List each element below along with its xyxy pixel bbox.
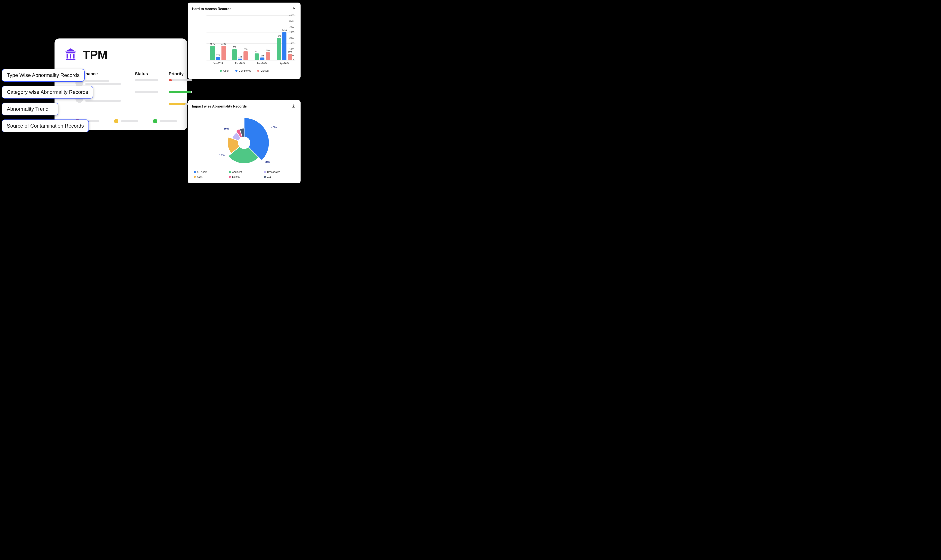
- legend-label: Accident: [232, 171, 242, 174]
- pill-category-wise[interactable]: Category wise Abnormality Records: [2, 86, 93, 98]
- svg-rect-1: [66, 54, 68, 58]
- download-icon: [292, 104, 296, 109]
- status-bar-2: [135, 91, 158, 93]
- legend-label: Breakdown: [267, 171, 280, 174]
- col-status: Status: [135, 71, 158, 103]
- bar-value-label: 245: [260, 54, 264, 57]
- bar: 1275: [210, 46, 215, 60]
- legend-item: Breakdown: [264, 171, 295, 174]
- pie-value-label: 10%: [219, 154, 225, 157]
- bar: 270: [216, 57, 220, 60]
- pie-chart-legend: 5S AuditAccidentBreakdownCostDefect1/2: [192, 171, 296, 178]
- bar-value-label: 270: [216, 54, 220, 57]
- legend-label: Open: [223, 69, 229, 72]
- chip-yellow: [114, 119, 138, 123]
- legend-label: 1/2: [267, 175, 271, 178]
- bar-value-label: 600: [288, 51, 292, 53]
- report-pills: Type Wise Abnormality Records Category w…: [2, 69, 93, 132]
- pill-abnormality-trend[interactable]: Abnormality Trend: [2, 103, 58, 115]
- download-button[interactable]: [291, 6, 296, 12]
- bar-chart: 0500100015002000250030003500400012752701…: [199, 15, 295, 65]
- pie-chart: 45%30%10%15%: [192, 113, 296, 171]
- bar-chart-legend: OpenCompletedClosed: [192, 69, 296, 72]
- legend-item: Accident: [229, 171, 260, 174]
- legend-item: 5S Audit: [194, 171, 224, 174]
- bar-value-label: 1957: [277, 35, 281, 38]
- legend-item: Defect: [229, 175, 260, 178]
- svg-rect-4: [66, 59, 75, 60]
- bar-value-label: 153: [238, 55, 242, 58]
- bar: 1300: [221, 46, 226, 60]
- bar-value-label: 1300: [221, 43, 226, 45]
- col-status-header: Status: [135, 71, 158, 76]
- bar-group: 12752701300Jan-2024: [208, 46, 228, 60]
- bar-card-header: Hard to Access Records: [192, 6, 296, 12]
- x-tick-label: Jan-2024: [213, 62, 223, 65]
- svg-rect-3: [73, 54, 74, 58]
- bar-group: 988153800Feb-2024: [231, 49, 250, 60]
- svg-rect-2: [70, 54, 71, 58]
- legend-label: Closed: [261, 69, 269, 72]
- tpm-title: TPM: [83, 48, 107, 62]
- bar: 1957: [277, 38, 281, 60]
- priority-bar-1: [169, 79, 192, 81]
- pie-value-label: 30%: [264, 160, 270, 163]
- tpm-header: TPM: [63, 47, 178, 62]
- priority-bar-2: [169, 91, 192, 93]
- bar-value-label: 601: [255, 51, 258, 53]
- pie-value-label: 45%: [271, 126, 277, 129]
- bar-chart-card: Hard to Access Records 05001000150020002…: [188, 3, 301, 79]
- bar: 245: [260, 57, 264, 60]
- legend-item: Completed: [235, 69, 251, 72]
- bar-value-label: 800: [244, 48, 248, 51]
- legend-label: Completed: [239, 69, 251, 72]
- download-icon: [292, 7, 296, 11]
- bar: 600: [288, 54, 292, 60]
- legend-item: 1/2: [264, 175, 295, 178]
- chip-green: [153, 119, 177, 123]
- pie-value-label: 15%: [224, 127, 229, 130]
- legend-item: Open: [220, 69, 229, 72]
- pill-source-contamination[interactable]: Source of Contamination Records: [2, 120, 89, 132]
- bar-group: 19572490600Apr-2024: [275, 32, 294, 60]
- bar: 153: [238, 58, 242, 60]
- institution-icon: [63, 47, 78, 62]
- pie-card-header: Impact wise Abnormality Records: [192, 104, 296, 109]
- svg-rect-0: [66, 52, 75, 54]
- bar-value-label: 2490: [282, 29, 287, 32]
- legend-label: Defect: [232, 175, 240, 178]
- legend-label: 5S Audit: [197, 171, 207, 174]
- bar-card-title: Hard to Access Records: [192, 7, 231, 11]
- bar-value-label: 988: [233, 46, 237, 49]
- bar: 800: [243, 51, 248, 60]
- bar: 601: [255, 54, 259, 60]
- x-tick-label: Mar-2024: [257, 62, 267, 65]
- pie-card-title: Impact wise Abnormality Records: [192, 105, 247, 108]
- legend-item: Closed: [257, 69, 269, 72]
- bar: 988: [232, 49, 237, 60]
- x-tick-label: Feb-2024: [235, 62, 245, 65]
- download-button[interactable]: [291, 104, 296, 109]
- bar-value-label: 1275: [210, 43, 215, 45]
- bar-value-label: 700: [266, 49, 269, 52]
- x-tick-label: Apr-2024: [280, 62, 289, 65]
- pie-chart-card: Impact wise Abnormality Records 45%30%10…: [188, 100, 301, 183]
- legend-label: Cost: [197, 175, 203, 178]
- bar-group: 601245700Mar-2024: [253, 52, 272, 60]
- bar: 2490: [282, 32, 286, 60]
- status-bar-1: [135, 79, 158, 81]
- bar: 700: [266, 52, 270, 60]
- legend-item: Cost: [194, 175, 224, 178]
- pill-type-wise[interactable]: Type Wise Abnormality Records: [2, 69, 85, 82]
